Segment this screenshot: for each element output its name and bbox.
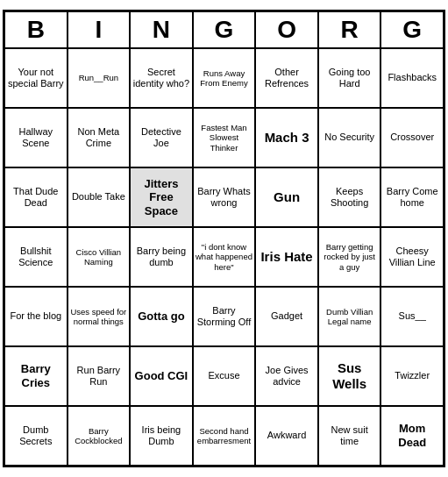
- bingo-cell[interactable]: Barry Cockblocked: [68, 406, 131, 466]
- bingo-cell[interactable]: Keeps Shooting: [318, 167, 381, 227]
- bingo-cell[interactable]: Gotta go: [130, 287, 193, 346]
- bingo-cell[interactable]: Second hand embarresment: [193, 406, 256, 466]
- bingo-cell[interactable]: Iris being Dumb: [130, 406, 193, 466]
- bingo-cell[interactable]: Mom Dead: [380, 406, 444, 466]
- bingo-cell[interactable]: Barry Storming Off: [193, 287, 256, 346]
- bingo-cell[interactable]: Runs Away From Enemy: [193, 48, 256, 108]
- bingo-cell[interactable]: Iris Hate: [255, 227, 318, 287]
- bingo-cell[interactable]: Going too Hard: [318, 48, 381, 108]
- bingo-cell[interactable]: Dumb Villian Legal name: [318, 287, 381, 346]
- bingo-cell[interactable]: Fastest Man Slowest Thinker: [193, 108, 256, 167]
- bingo-cell[interactable]: Run__Run: [68, 48, 131, 108]
- bingo-cell[interactable]: Good CGI: [130, 346, 193, 406]
- bingo-card: BINGORG Your not special BarryRun__RunSe…: [3, 10, 445, 467]
- bingo-cell[interactable]: Hallway Scene: [4, 108, 68, 167]
- header-letter: R: [318, 11, 381, 48]
- bingo-cell[interactable]: Gadget: [255, 287, 318, 346]
- bingo-cell[interactable]: Barry Cries: [4, 346, 68, 406]
- bingo-cell[interactable]: Dumb Secrets: [4, 406, 68, 466]
- bingo-cell[interactable]: Gun: [255, 167, 318, 227]
- bingo-cell[interactable]: Barry being dumb: [130, 227, 193, 287]
- bingo-cell[interactable]: Cheesy Villian Line: [380, 227, 444, 287]
- bingo-cell[interactable]: That Dude Dead: [4, 167, 68, 227]
- bingo-cell[interactable]: Awkward: [255, 406, 318, 466]
- bingo-cell[interactable]: For the blog: [4, 287, 68, 346]
- bingo-cell[interactable]: Sus Wells: [318, 346, 381, 406]
- bingo-cell[interactable]: Flashbacks: [380, 48, 444, 108]
- header-letter: I: [68, 11, 131, 48]
- bingo-cell[interactable]: Barry Whats wrong: [193, 167, 256, 227]
- bingo-cell[interactable]: Joe Gives advice: [255, 346, 318, 406]
- bingo-cell[interactable]: Crossover: [380, 108, 444, 167]
- header-letter: G: [380, 11, 444, 48]
- bingo-cell[interactable]: Sus__: [380, 287, 444, 346]
- bingo-cell[interactable]: Your not special Barry: [4, 48, 68, 108]
- bingo-cell[interactable]: Jitters Free Space: [130, 167, 193, 227]
- bingo-cell[interactable]: Bullshit Science: [4, 227, 68, 287]
- bingo-cell[interactable]: Excuse: [193, 346, 256, 406]
- bingo-cell[interactable]: Double Take: [68, 167, 131, 227]
- bingo-header: BINGORG: [4, 11, 444, 48]
- bingo-cell[interactable]: Cisco Villian Naming: [68, 227, 131, 287]
- bingo-cell[interactable]: Mach 3: [255, 108, 318, 167]
- header-letter: B: [4, 11, 68, 48]
- bingo-cell[interactable]: No Security: [318, 108, 381, 167]
- bingo-cell[interactable]: Secret identity who?: [130, 48, 193, 108]
- header-letter: G: [193, 11, 256, 48]
- bingo-cell[interactable]: Detective Joe: [130, 108, 193, 167]
- header-letter: O: [255, 11, 318, 48]
- bingo-cell[interactable]: Other Refrences: [255, 48, 318, 108]
- header-letter: N: [130, 11, 193, 48]
- bingo-grid: Your not special BarryRun__RunSecret ide…: [4, 48, 444, 466]
- bingo-cell[interactable]: Uses speed for normal things: [68, 287, 131, 346]
- bingo-cell[interactable]: "i dont know what happened here": [193, 227, 256, 287]
- bingo-cell[interactable]: Barry Come home: [380, 167, 444, 227]
- bingo-cell[interactable]: Run Barry Run: [68, 346, 131, 406]
- bingo-cell[interactable]: New suit time: [318, 406, 381, 466]
- bingo-cell[interactable]: Twizzler: [380, 346, 444, 406]
- bingo-cell[interactable]: Non Meta Crime: [68, 108, 131, 167]
- bingo-cell[interactable]: Barry getting rocked by just a guy: [318, 227, 381, 287]
